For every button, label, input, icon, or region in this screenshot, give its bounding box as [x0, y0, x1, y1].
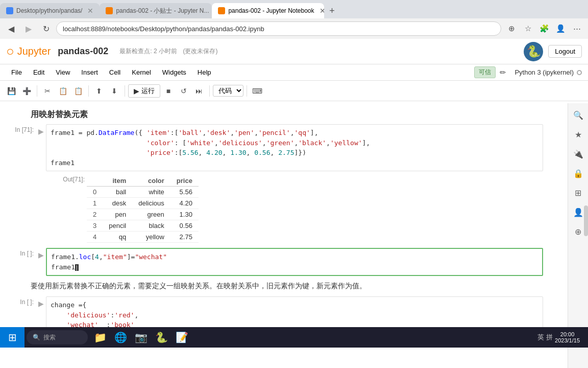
tab-1-label: Desktop/python/pandas/ — [16, 7, 82, 14]
tab-3-label: pandas-002 - Jupyter Notebook — [228, 7, 314, 14]
cell-item-0: ball — [103, 187, 132, 198]
run-button[interactable]: ▶ 运行 — [128, 84, 160, 98]
tab-3-close[interactable]: ✕ — [320, 7, 325, 15]
jupyter-logo: ○ Jupyter — [6, 43, 51, 59]
run-icon: ▶ — [134, 87, 139, 95]
cell-active-code-content: frame1.loc[4,"item"]="wechat" frame1| — [47, 249, 542, 275]
toolbar-sep-2 — [88, 85, 89, 97]
cell-color-3: black — [132, 220, 170, 232]
cell-price-3: 0.56 — [170, 220, 199, 232]
cell-item-3: pencil — [103, 220, 132, 232]
menu-insert[interactable]: Insert — [76, 66, 103, 78]
cell-price-0: 5.56 — [170, 187, 199, 198]
right-office-icon[interactable]: ⊞ — [571, 185, 586, 200]
save-button[interactable]: 💾 — [4, 84, 18, 98]
kernel-info: Python 3 (ipykernel) — [514, 68, 582, 76]
cell-71-left: In [71]: ▶ — [0, 124, 46, 245]
address-bar-row: ◀ ▶ ↻ localhost:8889/notebooks/Desktop/p… — [0, 18, 588, 39]
col-header-item: item — [103, 175, 132, 187]
taskbar-lang: 英 — [537, 333, 544, 342]
right-add-icon[interactable]: ⊕ — [571, 224, 586, 239]
cell-active-code[interactable]: frame1.loc[4,"item"]="wechat" frame1| — [46, 248, 543, 276]
checkpoint-info: 最新检查点: 2 小时前 (更改未保存) — [119, 47, 217, 56]
cell-price-1: 4.20 — [170, 198, 199, 209]
tab-1[interactable]: Desktop/python/pandas/ ✕ — [0, 3, 100, 18]
trusted-badge: 可信 — [474, 66, 496, 78]
cell-71: In [71]: ▶ frame1 = pd.DataFrame({ 'item… — [0, 124, 568, 245]
interrupt-button[interactable]: ■ — [161, 84, 176, 98]
cell-color-4: yellow — [132, 232, 170, 243]
reader-mode-button[interactable]: ⊕ — [504, 21, 519, 36]
right-star-icon[interactable]: ★ — [571, 127, 586, 142]
cell-item-1: desk — [103, 198, 132, 209]
cell-item-2: pen — [103, 209, 132, 220]
notebook-inner: 用映射替换元素 In [71]: ▶ frame1 = pd.DataFrame… — [0, 101, 568, 348]
taskbar-clock: 20:00 2023/1/15 — [555, 331, 584, 343]
extensions-button[interactable]: 🧩 — [537, 21, 551, 36]
menu-button[interactable]: ⋯ — [570, 21, 584, 36]
menu-cell[interactable]: Cell — [104, 66, 126, 78]
menu-edit[interactable]: Edit — [28, 66, 50, 78]
cell-71-code[interactable]: frame1 = pd.DataFrame({ 'item':['ball','… — [46, 124, 543, 171]
add-cell-button[interactable]: ➕ — [19, 84, 34, 98]
menu-kernel[interactable]: Kernel — [127, 66, 156, 78]
right-search-icon[interactable]: 🔍 — [571, 107, 586, 123]
bookmark-button[interactable]: ☆ — [521, 21, 535, 36]
address-text: localhost:8889/notebooks/Desktop/python/… — [63, 25, 264, 33]
taskbar-app-4[interactable]: 🐍 — [151, 327, 172, 348]
address-bar[interactable]: localhost:8889/notebooks/Desktop/python/… — [56, 21, 501, 36]
right-person-icon[interactable]: 👤 — [571, 204, 586, 220]
cell-71-output: Out[71]: item color price — [46, 173, 543, 245]
notebook-content[interactable]: 用映射替换元素 In [71]: ▶ frame1 = pd.DataFrame… — [0, 101, 568, 348]
right-plugin-icon[interactable]: 🔌 — [571, 146, 586, 162]
toolbar-sep-1 — [37, 85, 37, 97]
new-tab-button[interactable]: + — [324, 3, 339, 18]
cut-button[interactable]: ✂ — [40, 84, 55, 98]
menu-view[interactable]: View — [51, 66, 75, 78]
cell-71-body: frame1 = pd.DataFrame({ 'item':['ball','… — [46, 124, 543, 245]
menu-help[interactable]: Help — [192, 66, 216, 78]
taskbar-app-2[interactable]: 🌐 — [110, 327, 131, 348]
refresh-button[interactable]: ↻ — [39, 21, 53, 36]
cell-color-2: green — [132, 209, 170, 220]
edit-icon[interactable]: ✏ — [500, 68, 506, 77]
cell-type-select[interactable]: 代码 — [213, 85, 243, 97]
taskbar-app-5[interactable]: 📝 — [172, 327, 192, 348]
move-down-button[interactable]: ⬇ — [107, 84, 121, 98]
taskbar-right: 英 拼 20:00 2023/1/15 — [537, 331, 588, 343]
cell-active-run: ▶ — [36, 250, 46, 260]
cell-color-1: delicious — [132, 198, 170, 209]
taskbar: ⊞ 🔍 搜索 📁 🌐 📷 🐍 📝 英 拼 20:00 2023/1/15 — [0, 327, 588, 348]
notebook-name[interactable]: pandas-002 — [58, 46, 108, 57]
copy-button[interactable]: 📋 — [56, 84, 70, 98]
tab-1-favicon — [6, 7, 13, 14]
tab-2[interactable]: pandas-002 - 小贴士 - Jupyter N... ✕ — [100, 3, 212, 18]
forward-button[interactable]: ▶ — [21, 21, 36, 36]
tab-3[interactable]: pandas-002 - Jupyter Notebook ✕ — [212, 3, 324, 18]
menu-widgets[interactable]: Widgets — [157, 66, 191, 78]
right-lock-icon[interactable]: 🔒 — [571, 166, 586, 181]
keyboard-shortcuts-button[interactable]: ⌨ — [250, 84, 264, 98]
menu-file[interactable]: File — [6, 66, 27, 78]
taskbar-app-3[interactable]: 📷 — [131, 327, 151, 348]
cell-71-code-content: frame1 = pd.DataFrame({ 'item':['ball','… — [46, 125, 543, 171]
taskbar-app-1[interactable]: 📁 — [90, 327, 110, 348]
df-table: item color price 0 ball whit — [87, 175, 199, 243]
move-up-button[interactable]: ⬆ — [92, 84, 106, 98]
restart-run-button[interactable]: ⏭ — [192, 84, 206, 98]
back-button[interactable]: ◀ — [4, 21, 18, 36]
tab-2-favicon — [106, 7, 113, 14]
tab-bar: Desktop/python/pandas/ ✕ pandas-002 - 小贴… — [0, 0, 588, 18]
restart-button[interactable]: ↺ — [177, 84, 191, 98]
cell-active-prompt: In [ ]: — [0, 250, 36, 257]
logout-button[interactable]: Logout — [548, 45, 582, 58]
start-button[interactable]: ⊞ — [0, 327, 24, 348]
toolbar-sep-5 — [247, 85, 247, 97]
toolbar-sep-3 — [125, 85, 125, 97]
profile-button[interactable]: 👤 — [553, 21, 568, 36]
taskbar-search[interactable]: 🔍 搜索 — [27, 330, 88, 344]
paste-button[interactable]: 📋 — [71, 84, 85, 98]
scrollbar-thumb[interactable] — [584, 205, 588, 236]
jupyter-header: ○ Jupyter pandas-002 最新检查点: 2 小时前 (更改未保存… — [0, 39, 588, 64]
tab-1-close[interactable]: ✕ — [87, 7, 93, 15]
